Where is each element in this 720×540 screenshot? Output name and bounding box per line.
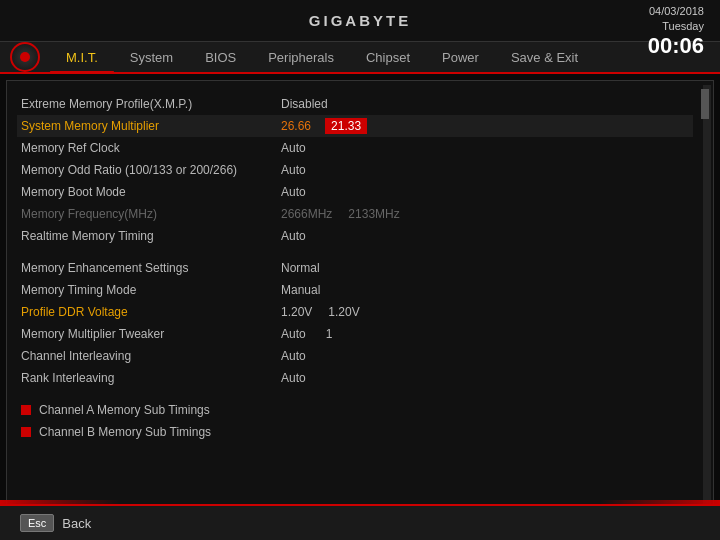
setting-row-multiplier[interactable]: System Memory Multiplier 26.66 21.33 — [17, 115, 693, 137]
setting-row-enhancement[interactable]: Memory Enhancement Settings Normal — [17, 257, 693, 279]
datetime-display: 04/03/2018 Tuesday 00:06 — [648, 4, 704, 57]
main-content: Extreme Memory Profile(X.M.P.) Disabled … — [6, 80, 714, 510]
value-boot-mode: Auto — [281, 185, 306, 199]
header: GIGABYTE 04/03/2018 Tuesday 00:06 — [0, 0, 720, 42]
label-rank-interleaving: Rank Interleaving — [21, 371, 281, 385]
bullet-channel-b — [21, 427, 31, 437]
label-xmp: Extreme Memory Profile(X.M.P.) — [21, 97, 281, 111]
label-channel-a: Channel A Memory Sub Timings — [39, 403, 210, 417]
nav-item-peripherals[interactable]: Peripherals — [252, 44, 350, 71]
value-multiplier-tweaker-2: 1 — [326, 327, 333, 341]
setting-row-multiplier-tweaker[interactable]: Memory Multiplier Tweaker Auto 1 — [17, 323, 693, 345]
value-multiplier-tweaker: Auto — [281, 327, 306, 341]
value-enhancement: Normal — [281, 261, 320, 275]
date-display: 04/03/2018 Tuesday — [648, 4, 704, 35]
navbar: M.I.T. System BIOS Peripherals Chipset P… — [0, 42, 720, 74]
setting-row-timing-mode[interactable]: Memory Timing Mode Manual — [17, 279, 693, 301]
label-channel-interleaving: Channel Interleaving — [21, 349, 281, 363]
setting-row-xmp[interactable]: Extreme Memory Profile(X.M.P.) Disabled — [17, 93, 693, 115]
nav-item-power[interactable]: Power — [426, 44, 495, 71]
setting-row-realtime-timing[interactable]: Realtime Memory Timing Auto — [17, 225, 693, 247]
value-frequency-secondary: 2133MHz — [348, 207, 399, 221]
time-display: 00:06 — [648, 35, 704, 57]
spacer-1 — [17, 247, 693, 257]
settings-table: Extreme Memory Profile(X.M.P.) Disabled … — [7, 89, 713, 447]
subsection-channel-a[interactable]: Channel A Memory Sub Timings — [17, 399, 693, 421]
back-label: Back — [62, 516, 91, 531]
spacer-2 — [17, 389, 693, 399]
bullet-channel-a — [21, 405, 31, 415]
nav-item-save-exit[interactable]: Save & Exit — [495, 44, 594, 71]
value-xmp: Disabled — [281, 97, 328, 111]
setting-row-ddr-voltage[interactable]: Profile DDR Voltage 1.20V 1.20V — [17, 301, 693, 323]
value-realtime-timing: Auto — [281, 229, 306, 243]
esc-button[interactable]: Esc — [20, 514, 54, 532]
subsection-channel-b[interactable]: Channel B Memory Sub Timings — [17, 421, 693, 443]
nav-logo — [10, 42, 40, 72]
bottom-bar: Esc Back — [0, 504, 720, 540]
setting-row-ref-clock[interactable]: Memory Ref Clock Auto — [17, 137, 693, 159]
value-frequency: 2666MHz — [281, 207, 332, 221]
label-boot-mode: Memory Boot Mode — [21, 185, 281, 199]
value-ddr-voltage-secondary: 1.20V — [328, 305, 359, 319]
value-rank-interleaving: Auto — [281, 371, 306, 385]
label-multiplier-tweaker: Memory Multiplier Tweaker — [21, 327, 281, 341]
setting-row-rank-interleaving[interactable]: Rank Interleaving Auto — [17, 367, 693, 389]
setting-row-boot-mode[interactable]: Memory Boot Mode Auto — [17, 181, 693, 203]
setting-row-odd-ratio[interactable]: Memory Odd Ratio (100/133 or 200/266) Au… — [17, 159, 693, 181]
label-ref-clock: Memory Ref Clock — [21, 141, 281, 155]
label-timing-mode: Memory Timing Mode — [21, 283, 281, 297]
value-multiplier-secondary: 21.33 — [325, 118, 367, 134]
value-ddr-voltage: 1.20V — [281, 305, 312, 319]
label-frequency: Memory Frequency(MHz) — [21, 207, 281, 221]
brand-title: GIGABYTE — [309, 12, 411, 29]
label-ddr-voltage: Profile DDR Voltage — [21, 305, 281, 319]
label-enhancement: Memory Enhancement Settings — [21, 261, 281, 275]
value-timing-mode: Manual — [281, 283, 320, 297]
label-realtime-timing: Realtime Memory Timing — [21, 229, 281, 243]
nav-item-chipset[interactable]: Chipset — [350, 44, 426, 71]
scrollbar-thumb[interactable] — [701, 89, 709, 119]
value-multiplier: 26.66 — [281, 119, 311, 133]
setting-row-channel-interleaving[interactable]: Channel Interleaving Auto — [17, 345, 693, 367]
nav-item-mit[interactable]: M.I.T. — [50, 44, 114, 73]
scrollbar-track — [703, 85, 711, 505]
value-ref-clock: Auto — [281, 141, 306, 155]
label-channel-b: Channel B Memory Sub Timings — [39, 425, 211, 439]
label-multiplier: System Memory Multiplier — [21, 119, 281, 133]
nav-item-bios[interactable]: BIOS — [189, 44, 252, 71]
value-channel-interleaving: Auto — [281, 349, 306, 363]
setting-row-frequency[interactable]: Memory Frequency(MHz) 2666MHz 2133MHz — [17, 203, 693, 225]
label-odd-ratio: Memory Odd Ratio (100/133 or 200/266) — [21, 163, 281, 177]
value-odd-ratio: Auto — [281, 163, 306, 177]
nav-item-system[interactable]: System — [114, 44, 189, 71]
